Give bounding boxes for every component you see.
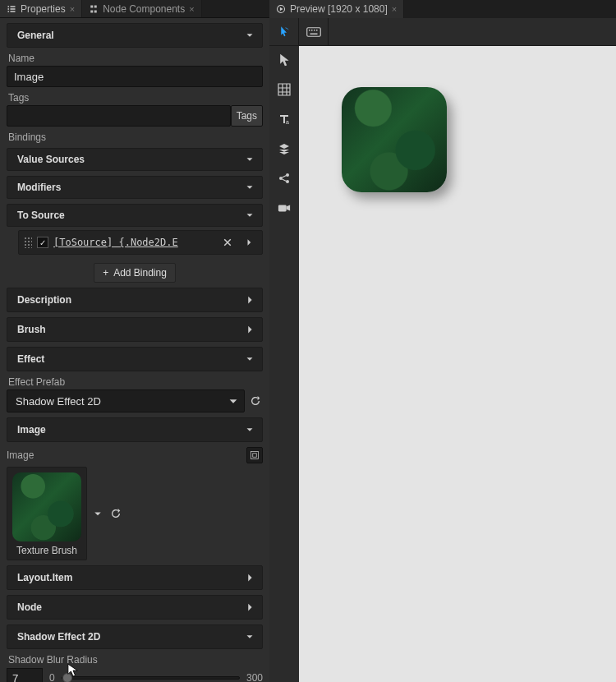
section-title: Shadow Effect 2D [17, 631, 100, 643]
properties-scroll: General Name Tags Tags Bindings Value So… [0, 18, 269, 682]
svg-rect-4 [309, 30, 310, 31]
keyboard-tool[interactable] [299, 18, 329, 45]
svg-rect-13 [278, 205, 287, 211]
preview-panel: Preview [1920 x 1080] × a [269, 0, 616, 682]
properties-panel: Properties × Node Components × General N… [0, 0, 269, 682]
section-title: Effect [17, 353, 44, 365]
image-options-button[interactable] [246, 447, 263, 463]
svg-rect-3 [306, 27, 320, 36]
svg-rect-5 [311, 30, 313, 31]
chevron-down-icon [244, 154, 255, 165]
tags-input[interactable] [7, 105, 231, 127]
section-brush[interactable]: Brush [7, 317, 263, 342]
list-icon [7, 4, 16, 14]
drag-handle-icon[interactable] [24, 237, 32, 248]
label-shadow-blur-radius: Shadow Blur Radius [8, 654, 263, 666]
chevron-right-icon [244, 324, 255, 335]
shadow-blur-slider-row: 0 300 [7, 667, 263, 682]
components-icon [89, 4, 99, 14]
section-title: Description [17, 294, 71, 306]
share-tool[interactable] [275, 169, 293, 187]
effect-prefab-dropdown[interactable]: Shadow Effect 2D [7, 389, 245, 412]
name-input[interactable] [7, 66, 263, 87]
tags-button[interactable]: Tags [231, 105, 263, 127]
section-layout-item[interactable]: Layout.Item [7, 565, 263, 590]
section-modifiers[interactable]: Modifiers [7, 176, 263, 199]
section-to-source[interactable]: To Source [7, 204, 263, 227]
chevron-right-icon[interactable] [241, 234, 257, 251]
section-title: To Source [17, 210, 65, 221]
binding-expression[interactable]: [ToSource] {.Node2D.E [53, 237, 214, 248]
right-tabbar: Preview [1920 x 1080] × [269, 0, 616, 18]
binding-enabled-checkbox[interactable]: ✓ [37, 237, 48, 248]
shadow-blur-slider[interactable] [62, 676, 240, 680]
label-image: Image [7, 449, 34, 461]
chevron-down-icon [244, 631, 255, 643]
section-title: Modifiers [17, 182, 61, 193]
section-title: Node [17, 601, 42, 613]
svg-point-12 [286, 180, 289, 183]
label-effect-prefab: Effect Prefab [8, 376, 263, 388]
binding-row[interactable]: ✓ [ToSource] {.Node2D.E [18, 230, 263, 255]
svg-rect-0 [251, 452, 259, 459]
preview-toolbar [269, 18, 616, 46]
interact-tool[interactable] [269, 18, 299, 45]
thumbnail-caption: Texture Brush [16, 545, 77, 556]
label-bindings: Bindings [8, 131, 263, 143]
section-title: Layout.Item [17, 572, 72, 583]
plus-icon: + [103, 267, 108, 279]
chevron-down-icon [244, 30, 255, 41]
caret-down-icon [228, 395, 239, 407]
grid-tool[interactable] [275, 81, 293, 99]
tab-properties[interactable]: Properties × [0, 0, 82, 17]
section-description[interactable]: Description [7, 288, 263, 312]
play-icon [276, 4, 286, 14]
label-tags: Tags [8, 92, 263, 104]
section-title: Value Sources [17, 154, 85, 165]
caret-down-icon[interactable] [92, 508, 103, 519]
image-thumbnail-card[interactable]: Texture Brush [7, 467, 87, 560]
label-name: Name [8, 53, 263, 64]
chevron-right-icon [244, 572, 255, 583]
close-icon[interactable]: × [392, 4, 397, 14]
reset-icon[interactable] [108, 506, 123, 521]
tab-preview[interactable]: Preview [1920 x 1080] × [269, 0, 404, 18]
svg-rect-8 [310, 33, 317, 35]
section-shadow-effect[interactable]: Shadow Effect 2D [7, 624, 263, 649]
tab-node-components[interactable]: Node Components × [82, 0, 202, 17]
reset-icon[interactable] [248, 394, 263, 408]
preview-canvas[interactable] [299, 46, 616, 682]
shadow-blur-value-input[interactable] [7, 668, 43, 682]
image-thumbnail [12, 472, 81, 541]
section-effect[interactable]: Effect [7, 347, 263, 371]
slider-min: 0 [49, 672, 55, 682]
slider-knob[interactable] [62, 673, 72, 682]
svg-text:a: a [286, 119, 289, 125]
left-tabbar: Properties × Node Components × [0, 0, 269, 18]
section-title: Image [17, 424, 46, 435]
pointer-tool[interactable] [275, 51, 293, 69]
preview-image [342, 87, 447, 192]
layers-tool[interactable] [275, 140, 293, 158]
add-binding-label: Add Binding [113, 267, 167, 279]
svg-point-11 [286, 173, 289, 177]
dropdown-value: Shadow Effect 2D [16, 395, 223, 408]
chevron-down-icon [244, 424, 255, 435]
chevron-right-icon [244, 294, 255, 306]
section-value-sources[interactable]: Value Sources [7, 148, 263, 171]
section-general[interactable]: General [7, 23, 263, 48]
section-node[interactable]: Node [7, 595, 263, 620]
chevron-down-icon [244, 353, 255, 365]
chevron-right-icon [244, 601, 255, 613]
add-binding-button[interactable]: + Add Binding [94, 263, 176, 283]
camera-tool[interactable] [275, 199, 293, 217]
tab-label: Preview [1920 x 1080] [290, 3, 388, 15]
section-image[interactable]: Image [7, 417, 263, 442]
close-icon[interactable]: × [70, 4, 75, 14]
svg-rect-1 [253, 454, 257, 458]
remove-binding-button[interactable] [219, 234, 236, 251]
close-icon[interactable]: × [189, 4, 194, 14]
text-tool[interactable]: a [275, 110, 293, 128]
preview-vertical-toolbar: a [269, 46, 299, 682]
section-title: General [17, 30, 54, 41]
